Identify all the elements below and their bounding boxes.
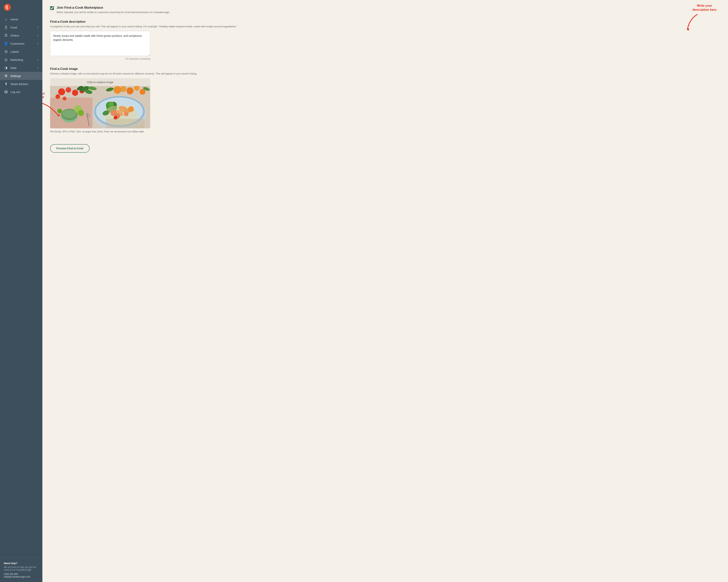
sidebar-nav: ⌂ Home 🍴 Food ▾ ☰ Orders ▾ 👤 Customers ▾…: [0, 13, 42, 558]
sidebar-item-home[interactable]: ⌂ Home: [0, 16, 42, 23]
sidebar-item-orders[interactable]: ☰ Orders ▾: [0, 31, 42, 39]
chevron-icon: ▾: [37, 58, 38, 61]
sidebar-item-label: Marketing: [10, 58, 35, 61]
chevron-icon: ▾: [37, 66, 38, 69]
description-section: Find-a-Cook description A snapshot of wh…: [50, 20, 720, 60]
svg-point-7: [72, 90, 78, 96]
image-upload-label[interactable]: Click to replace image: [50, 78, 150, 86]
svg-point-47: [128, 106, 134, 112]
chars-remaining: 25 characters remaining: [50, 58, 150, 60]
sidebar-item-label: Labels: [10, 50, 38, 53]
logout-icon: ⏻: [4, 90, 8, 94]
marketplace-checkbox-row: Join Find-a-Cook Marketplace When select…: [50, 6, 720, 14]
marketing-icon: ◎: [4, 58, 8, 62]
marketplace-checkbox-wrap[interactable]: [50, 6, 54, 11]
settings-icon: ⚙: [4, 74, 8, 78]
sidebar-item-settings[interactable]: ⚙ Settings: [0, 72, 42, 80]
sidebar-item-label: Log out: [10, 90, 38, 93]
logo: [0, 0, 42, 13]
svg-point-6: [66, 87, 71, 92]
sidebar-item-label: Home: [10, 18, 38, 21]
labels-icon: ⊟: [4, 50, 8, 54]
marketplace-description: When selected, you will be visible to cu…: [57, 10, 170, 14]
sidebar-item-data[interactable]: ◑ Data ▾: [0, 64, 42, 72]
chevron-icon: ▾: [37, 26, 38, 29]
help-email: help@cookaborough.com: [4, 576, 38, 578]
sidebar-help: Need help? We are here to help you get t…: [0, 558, 42, 582]
image-section-title: Find-a-Cook image: [50, 67, 720, 71]
sidebar-item-label: Orders: [10, 34, 35, 37]
svg-point-19: [140, 89, 146, 95]
sidebar-item-food[interactable]: 🍴 Food ▾: [0, 23, 42, 31]
svg-point-15: [114, 86, 121, 94]
sidebar-item-logout[interactable]: ⏻ Log out: [0, 88, 42, 96]
sidebar-item-label: Share kitchen: [10, 82, 38, 86]
description-textarea[interactable]: Hearty soups and salads made with home-g…: [50, 31, 150, 56]
chevron-icon: ▾: [37, 34, 38, 37]
svg-point-26: [78, 110, 84, 116]
image-section: Upload your image here Find-a-Cook image…: [50, 67, 720, 133]
svg-point-17: [127, 87, 133, 94]
image-upload-area[interactable]: Click to replace image: [50, 78, 150, 128]
marketplace-title: Join Find-a-Cook Marketplace: [57, 6, 170, 10]
sidebar-item-label: Settings: [10, 74, 38, 78]
data-icon: ◑: [4, 66, 8, 70]
arrow-upload: [42, 102, 62, 117]
food-image: [50, 86, 150, 128]
svg-rect-50: [106, 119, 145, 128]
sidebar-item-label: Food: [10, 26, 35, 29]
annotation-write: Write your description here: [693, 4, 717, 12]
svg-point-5: [58, 88, 65, 95]
help-title: Need help?: [4, 562, 38, 565]
image-hint: File format: JPG or PNG. Size: no larger…: [50, 130, 150, 133]
sidebar-item-labels[interactable]: ⊟ Labels: [0, 48, 42, 56]
arrow-write: [686, 13, 709, 31]
marketplace-checkbox[interactable]: [50, 6, 54, 10]
sidebar: ⌂ Home 🍴 Food ▾ ☰ Orders ▾ 👤 Customers ▾…: [0, 0, 42, 582]
orders-icon: ☰: [4, 33, 8, 37]
description-section-title: Find-a-Cook description: [50, 20, 720, 24]
sidebar-item-label: Customers: [10, 42, 35, 45]
food-svg: [50, 86, 150, 128]
main-content: Write your description here Join Find-a-…: [42, 0, 728, 582]
help-phone: 1300 302 665: [4, 573, 38, 576]
image-section-desc: Choose a vibrant image, with no text (wo…: [50, 72, 720, 76]
share-icon: ⬆: [4, 82, 8, 86]
customers-icon: 👤: [4, 41, 8, 46]
sidebar-item-share-kitchen[interactable]: ⬆ Share kitchen: [0, 80, 42, 88]
home-icon: ⌂: [4, 17, 8, 21]
marketplace-text: Join Find-a-Cook Marketplace When select…: [57, 6, 170, 14]
svg-point-16: [120, 86, 126, 92]
help-description: We are here to help you get the most out…: [4, 566, 38, 571]
sidebar-item-label: Data: [10, 66, 35, 70]
svg-point-8: [55, 94, 60, 99]
sidebar-item-customers[interactable]: 👤 Customers ▾: [0, 39, 42, 48]
preview-button[interactable]: Preview Find-A-Cook: [50, 144, 89, 153]
sidebar-item-marketing[interactable]: ◎ Marketing ▾: [0, 56, 42, 64]
svg-point-10: [62, 96, 67, 101]
chevron-icon: ▾: [37, 42, 38, 45]
annotation-upload: Upload your image here: [42, 92, 45, 99]
food-icon: 🍴: [4, 25, 8, 29]
svg-point-24: [62, 110, 76, 118]
description-section-desc: A snapshot of who you are and what you s…: [50, 25, 720, 28]
